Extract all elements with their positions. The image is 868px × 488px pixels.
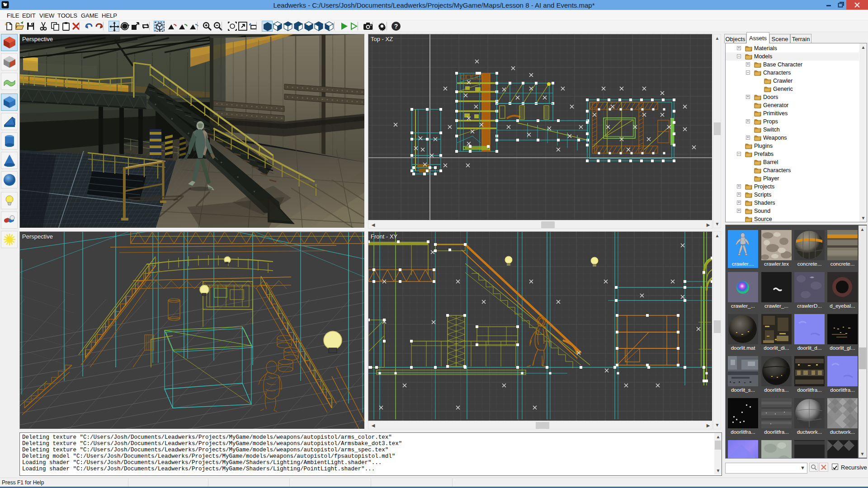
svg-text:?: ? — [394, 23, 398, 30]
